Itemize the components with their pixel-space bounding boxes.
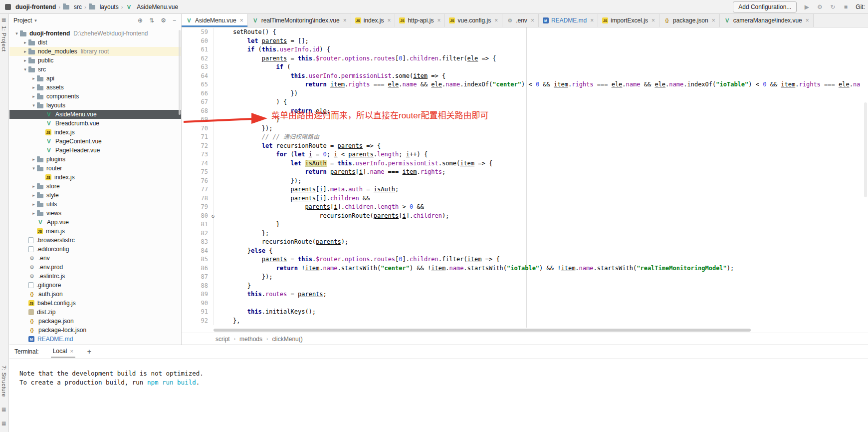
code-line-67[interactable]: 67 ) { <box>182 98 868 107</box>
structure-tool-window-icon[interactable]: ▦ <box>1 407 6 412</box>
tree-item-readme-md[interactable]: MREADME.md <box>9 335 181 344</box>
tree-item-store[interactable]: ▸store <box>9 182 181 191</box>
locate-icon[interactable]: ⊕ <box>138 17 143 24</box>
tree-item-app-vue[interactable]: VApp.vue <box>9 218 181 227</box>
tree-item-asidemenu-vue[interactable]: VAsideMenu.vue <box>9 110 181 119</box>
tree-item-index-js[interactable]: JSindex.js <box>9 173 181 182</box>
hscroll-thumb[interactable] <box>214 329 751 332</box>
close-icon[interactable]: × <box>240 17 243 24</box>
terminal-tab-local[interactable]: Local × <box>52 347 74 357</box>
tab-index-js[interactable]: JSindex.js× <box>351 14 396 27</box>
editor-crumb-clickmenu[interactable]: clickMenu() <box>272 336 302 343</box>
tab-realtimemonitoring-index-vue[interactable]: VrealTimeMonitoring\index.vue× <box>248 14 351 27</box>
tree-item-env-prod[interactable]: ⚙.env.prod <box>9 263 181 272</box>
chevron-icon[interactable]: ▸ <box>30 76 37 81</box>
project-tool-window-icon[interactable]: ▦ <box>1 17 6 22</box>
tree-item-layouts[interactable]: ▾layouts <box>9 101 181 110</box>
git-label[interactable]: Git: <box>856 3 865 10</box>
tree-item-pageheader-vue[interactable]: VPageHeader.vue <box>9 146 181 155</box>
close-icon[interactable]: × <box>590 17 594 24</box>
vscroll-thumb[interactable] <box>864 102 867 197</box>
tree-item-assets[interactable]: ▸assets <box>9 83 181 92</box>
code-line-63[interactable]: 63 if ( <box>182 63 868 72</box>
code-line-86[interactable]: 86 return !item.name.startsWith("center"… <box>182 264 868 273</box>
tab-env[interactable]: ⚙.env× <box>502 14 539 27</box>
code-line-59[interactable]: 59 setRoute() { <box>182 28 868 37</box>
close-icon[interactable]: × <box>806 17 809 24</box>
code-line-70[interactable]: 70 }); <box>182 124 868 133</box>
hide-icon[interactable]: − <box>173 17 176 24</box>
tree-item-views[interactable]: ▸views <box>9 209 181 218</box>
code-line-77[interactable]: 77 parents[i].meta.auth = isAuth; <box>182 185 868 194</box>
tree-item-env[interactable]: ⚙.env <box>9 254 181 263</box>
new-terminal-button[interactable]: + <box>87 348 91 356</box>
close-icon[interactable]: × <box>494 17 498 24</box>
tree-item-components[interactable]: ▸components <box>9 92 181 101</box>
tree-item-src[interactable]: ▾src <box>9 65 181 74</box>
code-line-79[interactable]: 79 parents[i].children.length > 0 && <box>182 203 868 212</box>
tree-item-utils[interactable]: ▸utils <box>9 200 181 209</box>
code-line-80[interactable]: 80↻ recursionRoute(parents[i].children); <box>182 212 868 221</box>
code-line-75[interactable]: 75 return parents[i].name === item.right… <box>182 168 868 177</box>
code-line-74[interactable]: 74 let isAuth = this.userInfo.permission… <box>182 159 868 168</box>
chevron-icon[interactable]: ▸ <box>30 202 37 207</box>
close-icon[interactable]: × <box>387 17 391 24</box>
chevron-icon[interactable]: ▾ <box>30 166 37 171</box>
code-line-69[interactable]: 69 } <box>182 115 868 124</box>
editor-vscrollbar[interactable] <box>863 27 868 328</box>
run-icon[interactable]: ▶ <box>803 3 811 10</box>
tree-item-pagecontent-vue[interactable]: VPageContent.vue <box>9 137 181 146</box>
stripe-label-structure[interactable]: 7: Structure <box>1 366 7 397</box>
titlebar-crumb-src[interactable]: src <box>63 3 82 10</box>
code-line-81[interactable]: 81 } <box>182 220 868 229</box>
stop-icon[interactable]: ■ <box>842 3 850 10</box>
chevron-icon[interactable]: ▸ <box>30 157 37 162</box>
tree-item-plugins[interactable]: ▸plugins <box>9 155 181 164</box>
settings-icon[interactable]: ⚙ <box>161 17 166 24</box>
code-line-62[interactable]: 62 parents = this.$router.options.routes… <box>182 54 868 63</box>
tree-item-gitignore[interactable]: .gitignore <box>9 281 181 290</box>
code-line-68[interactable]: 68 return ele; <box>182 107 868 116</box>
code-line-85[interactable]: 85 parents = this.$router.options.routes… <box>182 255 868 264</box>
tab-asidemenu-vue[interactable]: VAsideMenu.vue× <box>182 14 248 27</box>
tree-item-package-lock-json[interactable]: {}package-lock.json <box>9 326 181 335</box>
chevron-icon[interactable]: ▸ <box>22 49 28 54</box>
code-line-64[interactable]: 64 this.userInfo.permissionList.some(ite… <box>182 72 868 81</box>
code-line-61[interactable]: 61 if (this.userInfo.id) { <box>182 45 868 54</box>
code-editor[interactable]: 59 setRoute() {60 let parents = [];61 if… <box>182 27 868 328</box>
tree-item-api[interactable]: ▸api <box>9 74 181 83</box>
code-line-84[interactable]: 84 }else { <box>182 247 868 256</box>
code-line-72[interactable]: 72 let recursionRoute = parents => { <box>182 142 868 151</box>
tree-item-editorconfig[interactable]: .editorconfig <box>9 245 181 254</box>
close-icon[interactable]: × <box>343 17 347 24</box>
code-line-88[interactable]: 88 } <box>182 282 868 291</box>
code-line-83[interactable]: 83 recursionRoute(parents); <box>182 238 868 247</box>
tree-item-auth-json[interactable]: {}auth.json <box>9 290 181 299</box>
tree-item-style[interactable]: ▸style <box>9 191 181 200</box>
tree-item-dist-zip[interactable]: dist.zip <box>9 308 181 317</box>
code-line-90[interactable]: 90 <box>182 299 868 308</box>
tab-importexcel-js[interactable]: JSimportExcel.js× <box>598 14 659 27</box>
code-line-89[interactable]: 89 this.routes = parents; <box>182 290 868 299</box>
expand-collapse-icon[interactable]: ⇅ <box>149 17 154 24</box>
tab-cameramanage-index-vue[interactable]: VcameraManage\index.vue× <box>720 14 814 27</box>
tree-item-package-json[interactable]: {}package.json <box>9 317 181 326</box>
tree-item-eslintrc-js[interactable]: ⚙.eslintrc.js <box>9 272 181 281</box>
tab-vue-config-js[interactable]: JSvue.config.js× <box>445 14 502 27</box>
code-line-66[interactable]: 66 }) <box>182 89 868 98</box>
tree-item-main-js[interactable]: JSmain.js <box>9 227 181 236</box>
code-line-73[interactable]: 73 for (let i = 0; i < parents.length; i… <box>182 150 868 159</box>
titlebar-crumb-duoji-frontend[interactable]: duoji-frontend <box>5 3 56 10</box>
code-line-91[interactable]: 91 this.initialKeys(); <box>182 308 868 317</box>
chevron-icon[interactable]: ▸ <box>30 94 37 99</box>
chevron-icon[interactable]: ▾ <box>13 31 20 36</box>
settings-icon[interactable]: ⚙ <box>816 3 824 10</box>
chevron-icon[interactable]: ▾ <box>22 67 28 72</box>
tab-http-api-js[interactable]: JShttp-api.js× <box>395 14 445 27</box>
code-line-78[interactable]: 78 parents[i].children && <box>182 194 868 203</box>
tree-item-duoji-frontend[interactable]: ▾duoji-frontendD:\zheheWeb\duoji-fronten… <box>9 29 181 38</box>
tab-package-json[interactable]: {}package.json× <box>659 14 720 27</box>
chevron-icon[interactable]: ▸ <box>30 193 37 198</box>
tree-item-index-js[interactable]: JSindex.js <box>9 128 181 137</box>
editor-crumb-script[interactable]: script <box>216 336 230 343</box>
